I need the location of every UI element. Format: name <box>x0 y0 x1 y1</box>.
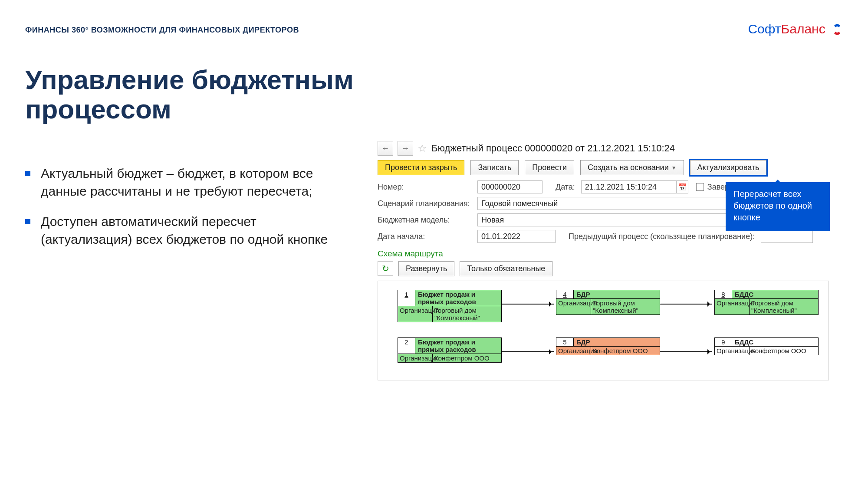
expand-button[interactable]: Развернуть <box>398 261 454 276</box>
arrow-icon <box>660 304 712 305</box>
route-scheme-header: Схема маршрута <box>378 249 829 259</box>
arrow-icon <box>502 304 554 305</box>
node-title: БДДС <box>732 338 818 346</box>
arrow-icon <box>502 351 554 352</box>
model-label: Бюджетная модель: <box>378 216 477 225</box>
diagram-node[interactable]: 1Бюджет продаж и прямых расходовОрганиза… <box>398 290 502 322</box>
node-org-label: Организация <box>715 347 750 355</box>
node-title: Бюджет продаж и прямых расходов <box>415 290 501 306</box>
diagram-node[interactable]: 5БДРОрганизацияКонфетпром ООО <box>556 337 660 355</box>
number-field[interactable]: 000000020 <box>477 180 542 193</box>
number-label: Номер: <box>378 183 477 192</box>
node-org-label: Организация <box>398 306 433 322</box>
node-org-label: Организация <box>556 347 591 355</box>
window-title: Бюджетный процесс 000000020 от 21.12.202… <box>431 143 675 154</box>
create-based-label: Создать на основании <box>588 163 669 172</box>
node-org-value: Конфетпром ООО <box>591 347 660 355</box>
date-field[interactable]: 21.12.2021 15:10:24 <box>581 180 677 193</box>
node-title: Бюджет продаж и прямых расходов <box>415 338 501 354</box>
prev-label: Предыдущий процесс (скользящее планирова… <box>556 232 761 241</box>
node-number: 9 <box>715 338 732 346</box>
prev-field[interactable] <box>761 230 813 243</box>
node-title: БДР <box>574 338 660 346</box>
node-org-label: Организация <box>556 299 591 314</box>
node-org-label: Организация <box>715 299 750 314</box>
start-label: Дата начала: <box>378 232 477 241</box>
node-org-value: Торговый дом "Комплексный" <box>750 299 818 314</box>
list-item: Доступен автоматический пересчет (актуал… <box>25 213 346 248</box>
scenario-label: Сценарий планирования: <box>378 199 477 208</box>
app-screenshot: ← → ☆ Бюджетный процесс 000000020 от 21.… <box>378 141 829 380</box>
node-title: БДР <box>574 290 660 298</box>
node-org-value: Конфетпром ООО <box>750 347 818 355</box>
node-number: 4 <box>556 290 574 298</box>
date-label: Дата: <box>542 183 581 192</box>
node-org-label: Организация <box>398 354 433 362</box>
mandatory-only-button[interactable]: Только обязательные <box>460 261 552 276</box>
favorite-star-icon[interactable]: ☆ <box>418 142 427 154</box>
node-org-value: Торговый дом "Комплексный" <box>591 299 660 314</box>
logo-mark-icon <box>832 23 843 38</box>
header-crumb: ФИНАНСЫ 360° ВОЗМОЖНОСТИ ДЛЯ ФИНАНСОВЫХ … <box>25 26 299 35</box>
post-and-close-button[interactable]: Провести и закрыть <box>378 160 464 175</box>
diagram-node[interactable]: 8БДДСОрганизацияТорговый дом "Комплексны… <box>714 290 819 315</box>
refresh-button[interactable]: ↻ <box>378 261 393 276</box>
diagram-node[interactable]: 9БДДСОрганизацияКонфетпром ООО <box>714 337 819 355</box>
diagram-node[interactable]: 2Бюджет продаж и прямых расходовОрганиза… <box>398 337 502 363</box>
logo-soft: Софт <box>748 22 781 36</box>
node-number: 8 <box>715 290 732 298</box>
calendar-icon[interactable]: 📅 <box>676 180 688 193</box>
start-field[interactable]: 01.01.2022 <box>477 230 556 243</box>
callout-tooltip: Перерасчет всех бюджетов по одной кнопке <box>726 182 830 231</box>
node-number: 1 <box>398 290 415 306</box>
diagram-node[interactable]: 4БДРОрганизацияТорговый дом "Комплексный… <box>556 290 660 315</box>
chevron-down-icon: ▼ <box>671 165 677 171</box>
logo-balans: Баланс <box>781 22 825 36</box>
completed-checkbox[interactable] <box>696 183 704 191</box>
create-based-button[interactable]: Создать на основании ▼ <box>580 160 684 175</box>
bullet-list: Актуальный бюджет – бюджет, в котором вс… <box>25 165 346 261</box>
nav-forward-button[interactable]: → <box>398 141 413 156</box>
node-number: 2 <box>398 338 415 354</box>
node-number: 5 <box>556 338 574 346</box>
post-button[interactable]: Провести <box>525 160 574 175</box>
actualize-button[interactable]: Актуализировать <box>690 160 767 175</box>
arrow-icon <box>660 351 712 352</box>
route-diagram: 1Бюджет продаж и прямых расходовОрганиза… <box>378 281 829 380</box>
node-org-value: Конфетпром ООО <box>433 354 501 362</box>
page-title: Управление бюджетным процессом <box>25 65 416 124</box>
nav-back-button[interactable]: ← <box>378 141 393 156</box>
node-title: БДДС <box>732 290 818 298</box>
node-org-value: Торговый дом "Комплексный" <box>433 306 501 322</box>
list-item: Актуальный бюджет – бюджет, в котором вс… <box>25 165 346 200</box>
save-button[interactable]: Записать <box>470 160 519 175</box>
logo: СофтБаланс <box>748 22 843 38</box>
